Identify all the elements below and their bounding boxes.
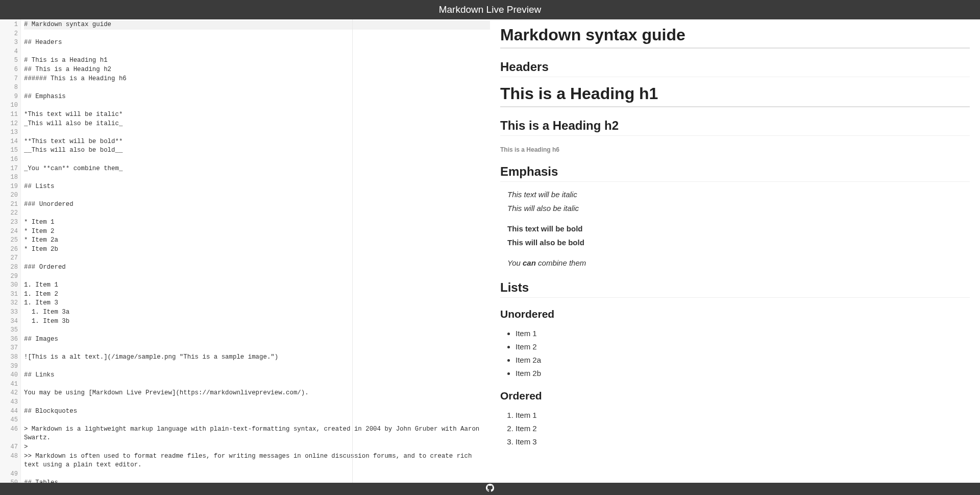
list-item: Item 2 [516, 422, 970, 434]
combine-pre: You [507, 258, 523, 267]
app-footer [0, 483, 980, 495]
gutter-line-number: 32 [0, 299, 18, 308]
editor-line[interactable] [24, 155, 490, 164]
gutter-line-number: 28 [0, 263, 18, 272]
list-item: Item 2b [516, 367, 970, 379]
editor-line[interactable]: * Item 2 [24, 227, 490, 237]
editor-line[interactable] [24, 209, 490, 218]
gutter-line-number: 3 [0, 38, 18, 48]
editor-line[interactable]: # This is a Heading h1 [24, 56, 490, 65]
editor-line[interactable] [24, 128, 490, 137]
editor-line[interactable]: 1. Item 2 [24, 290, 490, 299]
list-item: Item 2 [516, 341, 970, 352]
gutter-line-number: 17 [0, 164, 18, 174]
editor-line[interactable]: > [24, 443, 490, 452]
editor-line[interactable] [24, 30, 490, 39]
gutter-line-number: 18 [0, 173, 18, 182]
editor-line[interactable] [24, 362, 490, 371]
gutter-line-number: 34 [0, 317, 18, 326]
app-header: Markdown Live Preview [0, 0, 980, 19]
editor-line[interactable] [24, 254, 490, 263]
editor-line[interactable] [24, 398, 490, 407]
editor-line[interactable]: ## Images [24, 335, 490, 344]
list-item: Item 1 [516, 327, 970, 339]
editor-line[interactable]: 1. Item 1 [24, 281, 490, 290]
editor-line[interactable]: _You **can** combine them_ [24, 164, 490, 174]
italic-text-2: This will also be italic [507, 204, 579, 213]
unordered-list: Item 1Item 2Item 2aItem 2b [516, 327, 970, 380]
combine-post: combine them [536, 258, 586, 267]
gutter-line-number: 13 [0, 128, 18, 137]
gutter-line-number: 15 [0, 146, 18, 155]
gutter-line-number: 9 [0, 92, 18, 102]
editor-line[interactable]: ### Ordered [24, 263, 490, 272]
gutter-line-number: 46 [0, 425, 18, 443]
editor-line[interactable] [24, 326, 490, 335]
editor-line[interactable] [24, 344, 490, 353]
editor-line[interactable]: # Markdown syntax guide [24, 20, 490, 30]
editor-line[interactable] [24, 380, 490, 389]
editor-line[interactable] [24, 191, 490, 200]
editor-line[interactable]: __This will also be bold__ [24, 146, 490, 155]
preview-h2-heading: This is a Heading h2 [500, 119, 970, 136]
editor-line[interactable] [24, 416, 490, 425]
editor-line[interactable]: ## Blockquotes [24, 407, 490, 416]
editor-line[interactable]: > Markdown is a lightweight markup langu… [24, 425, 490, 443]
gutter-line-number: 44 [0, 407, 18, 416]
editor-line[interactable]: ## Links [24, 371, 490, 380]
editor-line[interactable]: >> Markdown is often used to format read… [24, 452, 490, 470]
editor-pane: 1234567891011121314151617181920212223242… [0, 19, 490, 483]
gutter-line-number: 36 [0, 335, 18, 344]
editor-line[interactable] [24, 173, 490, 182]
gutter-line-number: 42 [0, 389, 18, 398]
editor-line[interactable]: *This text will be italic* [24, 110, 490, 120]
editor-line[interactable]: ###### This is a Heading h6 [24, 75, 490, 84]
gutter-line-number: 26 [0, 245, 18, 254]
editor-line[interactable]: * Item 2a [24, 236, 490, 245]
gutter-line-number: 41 [0, 380, 18, 389]
preview-h2-emphasis: Emphasis [500, 164, 970, 182]
gutter-line-number: 47 [0, 443, 18, 452]
preview-h3-unordered: Unordered [500, 308, 970, 320]
gutter-line-number: 38 [0, 353, 18, 362]
list-item: Item 1 [516, 409, 970, 421]
editor-line[interactable]: ## This is a Heading h2 [24, 65, 490, 75]
editor-line[interactable]: ## Headers [24, 38, 490, 48]
editor-line[interactable]: ## Emphasis [24, 92, 490, 102]
editor-line[interactable]: 1. Item 3 [24, 299, 490, 308]
gutter-line-number: 49 [0, 470, 18, 479]
editor-line[interactable]: 1. Item 3b [24, 317, 490, 326]
gutter-line-number: 39 [0, 362, 18, 371]
gutter-line-number: 22 [0, 209, 18, 218]
preview-pane[interactable]: Markdown syntax guide Headers This is a … [490, 19, 980, 483]
editor-line[interactable] [24, 101, 490, 110]
markdown-editor[interactable]: # Markdown syntax guide## Headers# This … [21, 19, 490, 483]
editor-line[interactable]: **This text will be bold** [24, 137, 490, 147]
editor-line[interactable] [24, 83, 490, 92]
gutter-line-number: 14 [0, 137, 18, 147]
gutter-line-number: 11 [0, 110, 18, 120]
emphasis-block-italic: This text will be italic This will also … [507, 189, 970, 214]
editor-line[interactable]: ### Unordered [24, 200, 490, 209]
editor-line[interactable] [24, 272, 490, 281]
github-icon[interactable] [486, 484, 494, 494]
bold-text-1: This text will be bold [507, 224, 583, 233]
editor-line[interactable]: ## Tables [24, 479, 490, 483]
editor-line[interactable]: 1. Item 3a [24, 308, 490, 317]
preview-h2-lists: Lists [500, 280, 970, 298]
editor-line[interactable]: You may be using [Markdown Live Preview]… [24, 389, 490, 398]
app-title: Markdown Live Preview [439, 4, 542, 15]
editor-line[interactable]: _This will also be italic_ [24, 120, 490, 129]
main-split: 1234567891011121314151617181920212223242… [0, 19, 980, 483]
gutter-line-number: 27 [0, 254, 18, 263]
editor-line[interactable] [24, 470, 490, 479]
ordered-list: Item 1Item 2Item 3 [516, 409, 970, 448]
combine-text: You can combine them [507, 258, 586, 267]
editor-line[interactable]: * Item 2b [24, 245, 490, 254]
preview-h1-heading: This is a Heading h1 [500, 84, 970, 107]
editor-line[interactable] [24, 48, 490, 57]
gutter-line-number: 24 [0, 227, 18, 237]
editor-line[interactable]: ![This is a alt text.](/image/sample.png… [24, 353, 490, 362]
editor-line[interactable]: * Item 1 [24, 218, 490, 227]
editor-line[interactable]: ## Lists [24, 182, 490, 192]
